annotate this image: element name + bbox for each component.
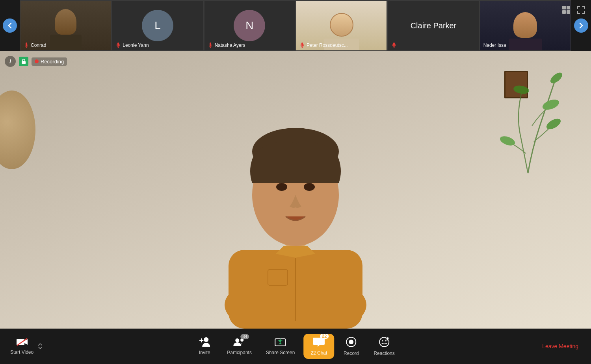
toolbar-left-section: Start Video xyxy=(8,334,44,358)
recording-indicator: Recording xyxy=(32,57,67,66)
participant-label-conrad: Conrad xyxy=(24,42,46,48)
prev-participant-button[interactable] xyxy=(0,0,20,51)
participant-card-conrad[interactable]: Conrad xyxy=(20,0,112,51)
mic-off-icon-claire xyxy=(391,42,397,48)
svg-point-20 xyxy=(236,338,240,342)
participant-label-nader: Nader Issa xyxy=(483,42,506,48)
record-icon xyxy=(346,336,357,349)
participants-count-badge: 34 xyxy=(240,334,249,339)
participants-strip: Conrad L Leonie Yann N Natasha Ayers xyxy=(0,0,591,51)
recording-label: Recording xyxy=(41,59,64,65)
participant-card-claire[interactable]: Claire Parker xyxy=(387,0,479,51)
participant-card-nader[interactable]: Nader Issa xyxy=(479,0,571,51)
svg-rect-0 xyxy=(562,6,566,9)
prev-arrow-circle xyxy=(3,18,17,33)
svg-rect-2 xyxy=(562,10,566,14)
chat-label: 22 Chat xyxy=(310,350,327,356)
participant-cards: Conrad L Leonie Yann N Natasha Ayers xyxy=(20,0,571,51)
svg-point-27 xyxy=(382,340,383,342)
participant-card-peter[interactable]: Peter Rossdeutsc... xyxy=(296,0,387,51)
participants-icon: 34 xyxy=(234,337,245,348)
bottom-toolbar: Start Video Invite xyxy=(0,329,591,364)
grid-view-icon[interactable] xyxy=(560,4,572,16)
participant-label-claire xyxy=(391,42,397,48)
svg-point-15 xyxy=(304,183,315,191)
svg-rect-3 xyxy=(567,10,570,14)
video-off-icon xyxy=(16,338,28,348)
chat-button[interactable]: 22 22 Chat xyxy=(303,334,334,359)
info-icon[interactable]: i xyxy=(5,56,16,67)
svg-point-25 xyxy=(349,340,353,344)
fullscreen-icon[interactable] xyxy=(575,4,587,16)
chat-count-badge: 22 xyxy=(320,334,329,339)
participant-label-peter: Peter Rossdeutsc... xyxy=(299,42,348,48)
main-video-person xyxy=(0,51,591,329)
start-video-btn[interactable]: Start Video xyxy=(8,334,36,358)
start-video-button[interactable]: Start Video xyxy=(8,334,44,358)
mic-off-icon-conrad xyxy=(24,42,29,48)
avatar-natasha: N xyxy=(234,10,265,41)
share-screen-icon xyxy=(275,337,286,348)
svg-point-14 xyxy=(276,183,287,191)
svg-rect-18 xyxy=(22,61,26,64)
mic-off-icon-natasha xyxy=(208,42,213,48)
svg-point-23 xyxy=(279,340,282,342)
main-video-area: i Recording xyxy=(0,51,591,329)
next-arrow-circle xyxy=(574,18,588,33)
toolbar-center-section: Invite 34 Participants xyxy=(191,333,400,359)
start-video-group: Start Video xyxy=(8,334,44,358)
svg-rect-1 xyxy=(567,6,570,9)
participants-button[interactable]: 34 Participants xyxy=(221,334,257,358)
invite-icon xyxy=(199,337,210,348)
mic-off-icon-peter xyxy=(299,42,305,48)
record-label: Record xyxy=(344,351,359,356)
share-screen-label: Share Screen xyxy=(266,350,295,355)
participant-name-claire: Claire Parker xyxy=(411,21,457,30)
mic-off-icon-leonie xyxy=(115,42,121,48)
participant-card-natasha[interactable]: N Natasha Ayers xyxy=(204,0,296,51)
share-screen-button[interactable]: Share Screen xyxy=(260,334,300,358)
reactions-button[interactable]: Reactions xyxy=(368,333,400,359)
participant-label-leonie: Leonie Yann xyxy=(115,42,149,48)
invite-button[interactable]: Invite xyxy=(191,334,218,358)
video-options-button[interactable] xyxy=(37,342,44,351)
top-right-controls xyxy=(560,4,587,16)
lock-icon[interactable] xyxy=(19,57,28,66)
avatar-leonie: L xyxy=(142,10,173,41)
leave-meeting-button[interactable]: Leave Meeting xyxy=(537,340,583,353)
chat-icon: 22 xyxy=(313,337,325,349)
participant-card-leonie[interactable]: L Leonie Yann xyxy=(112,0,203,51)
reactions-icon xyxy=(379,336,390,349)
video-overlay-controls: i Recording xyxy=(5,56,67,67)
record-button[interactable]: Record xyxy=(337,333,365,359)
reactions-label: Reactions xyxy=(374,351,394,356)
invite-label: Invite xyxy=(199,350,210,355)
start-video-label: Start Video xyxy=(10,349,33,355)
participants-label: Participants xyxy=(227,350,252,355)
recording-dot xyxy=(35,59,39,63)
toolbar-right-section: Leave Meeting xyxy=(537,340,583,353)
participant-label-natasha: Natasha Ayers xyxy=(208,42,245,48)
